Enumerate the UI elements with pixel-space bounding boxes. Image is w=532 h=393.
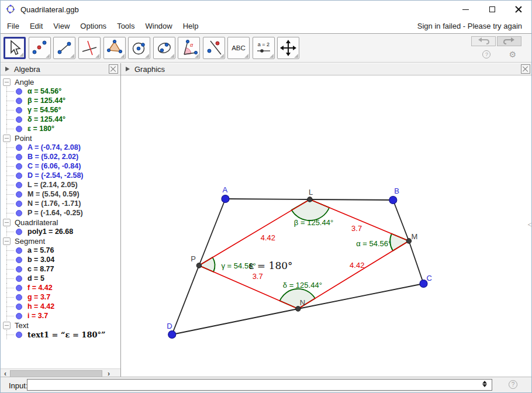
polygon-tool-button[interactable]	[103, 37, 126, 59]
line-tool-button[interactable]	[53, 37, 75, 59]
redo-button[interactable]	[497, 36, 521, 46]
algebra-item-i[interactable]: i = 3.7	[1, 311, 120, 320]
point-D[interactable]	[168, 331, 176, 339]
visibility-marble[interactable]	[16, 266, 22, 273]
algebra-item-h[interactable]: h = 4.42	[1, 302, 120, 311]
algebra-item-g[interactable]: g = 3.7	[1, 292, 120, 302]
section-text[interactable]: Text	[1, 320, 120, 330]
tool-dropdown-icon[interactable]	[145, 54, 149, 58]
angle-beta-sector[interactable]	[292, 199, 329, 220]
input-help-icon[interactable]: ?	[509, 380, 517, 389]
algebra-item-gamma[interactable]: γ = 54.56°	[1, 105, 120, 115]
tool-dropdown-icon[interactable]	[270, 54, 274, 58]
visibility-marble[interactable]	[16, 247, 22, 254]
algebra-close-button[interactable]	[109, 64, 118, 74]
text1-epsilon-label[interactable]: ε = 180°	[249, 260, 293, 271]
visibility-marble[interactable]	[16, 229, 22, 235]
visibility-marble[interactable]	[16, 154, 22, 160]
tool-dropdown-icon[interactable]	[195, 54, 199, 58]
point-B[interactable]	[389, 196, 397, 204]
visibility-marble[interactable]	[16, 182, 22, 188]
visibility-marble[interactable]	[16, 88, 22, 95]
undo-button[interactable]	[471, 36, 496, 46]
visibility-marble[interactable]	[16, 107, 22, 113]
signin-status-message[interactable]: Sign in failed - Please try again	[417, 22, 522, 30]
input-history-spinner[interactable]	[481, 381, 488, 387]
tool-dropdown-icon[interactable]	[46, 54, 50, 58]
segment-ND[interactable]	[172, 309, 298, 335]
text-tool-button[interactable]: ABC	[227, 37, 250, 59]
algebra-item-beta[interactable]: β = 125.44°	[1, 96, 120, 105]
tool-dropdown-icon[interactable]	[19, 53, 23, 57]
spinner-down-icon[interactable]	[482, 384, 487, 387]
tool-dropdown-icon[interactable]	[244, 54, 248, 58]
scrollbar-thumb[interactable]	[10, 370, 102, 377]
collapse-icon[interactable]	[3, 237, 11, 245]
menu-view[interactable]: View	[48, 19, 75, 33]
move-graphics-tool-button[interactable]	[277, 37, 299, 59]
visibility-marble[interactable]	[16, 144, 22, 151]
menu-tools[interactable]: Tools	[112, 19, 140, 33]
section-quadrilateral[interactable]: Quadrilateral	[1, 218, 120, 227]
menu-options[interactable]: Options	[75, 19, 112, 33]
algebra-item-text1[interactable]: text1 = “ε = 180°”	[1, 330, 120, 339]
algebra-item-A[interactable]: A = (-0.74, 2.08)	[1, 143, 120, 152]
tool-dropdown-icon[interactable]	[95, 54, 99, 58]
menu-file[interactable]: File	[2, 19, 25, 33]
tool-dropdown-icon[interactable]	[294, 54, 298, 58]
algebra-item-delta[interactable]: δ = 125.44°	[1, 115, 120, 124]
algebra-item-N[interactable]: N = (1.76, -1.71)	[1, 199, 120, 208]
visibility-marble[interactable]	[16, 313, 22, 319]
maximize-button[interactable]	[479, 1, 505, 18]
visibility-marble[interactable]	[16, 294, 22, 301]
section-angle[interactable]: Angle	[1, 77, 120, 87]
reflection-tool-button[interactable]	[203, 37, 225, 59]
graphics-close-button[interactable]	[521, 64, 530, 74]
collapse-icon[interactable]	[3, 219, 11, 226]
visibility-marble[interactable]	[16, 98, 22, 104]
point-M[interactable]	[406, 239, 411, 243]
collapse-icon[interactable]	[3, 322, 11, 329]
spinner-up-icon[interactable]	[482, 381, 487, 384]
algebra-item-b[interactable]: b = 3.04	[1, 255, 120, 264]
algebra-item-M[interactable]: M = (5.54, 0.59)	[1, 189, 120, 199]
visibility-marble[interactable]	[16, 126, 22, 132]
graphics-canvas[interactable]: A B C D L M N P β = 125.44° α = 54.56° γ…	[121, 75, 532, 378]
visibility-marble[interactable]	[16, 191, 22, 198]
algebra-item-epsilon[interactable]: ε = 180°	[1, 124, 120, 133]
point-A[interactable]	[222, 195, 229, 203]
toolbar-help-icon[interactable]: ?	[482, 50, 490, 58]
panel-menu-arrow-icon[interactable]	[126, 67, 130, 71]
visibility-marble[interactable]	[16, 285, 22, 291]
menu-edit[interactable]: Edit	[25, 19, 48, 33]
algebra-item-L[interactable]: L = (2.14, 2.05)	[1, 180, 120, 189]
close-button[interactable]	[505, 1, 531, 18]
algebra-item-c[interactable]: c = 8.77	[1, 264, 120, 274]
algebra-item-d[interactable]: d = 5	[1, 274, 120, 283]
algebra-item-D[interactable]: D = (-2.54, -2.58)	[1, 171, 120, 180]
segment-PA[interactable]	[199, 199, 225, 266]
menu-window[interactable]: Window	[140, 19, 177, 33]
collapse-icon[interactable]	[3, 78, 11, 86]
visibility-marble[interactable]	[16, 257, 22, 263]
move-tool-button[interactable]	[4, 37, 26, 59]
point-tool-button[interactable]	[29, 37, 51, 59]
segment-PL[interactable]	[199, 199, 310, 266]
tool-dropdown-icon[interactable]	[70, 54, 74, 58]
toolbar-settings-gear-icon[interactable]: ⚙	[509, 50, 516, 58]
tool-dropdown-icon[interactable]	[170, 54, 174, 58]
angle-delta-sector[interactable]	[280, 289, 315, 309]
collapse-icon[interactable]	[3, 135, 11, 142]
visibility-marble[interactable]	[16, 304, 22, 310]
minimize-button[interactable]	[452, 1, 479, 18]
algebra-item-B[interactable]: B = (5.02, 2.02)	[1, 152, 120, 161]
section-point[interactable]: Point	[1, 133, 120, 143]
panel-collapse-arrow-icon[interactable]: ◁	[528, 220, 532, 228]
segment-AL[interactable]	[226, 199, 310, 199]
algebra-item-a[interactable]: a = 5.76	[1, 246, 120, 255]
algebra-item-C[interactable]: C = (6.06, -0.84)	[1, 161, 120, 171]
visibility-marble[interactable]	[16, 210, 22, 216]
angle-tool-button[interactable]: α	[178, 37, 200, 59]
visibility-marble[interactable]	[16, 173, 22, 179]
point-L[interactable]	[308, 197, 312, 202]
